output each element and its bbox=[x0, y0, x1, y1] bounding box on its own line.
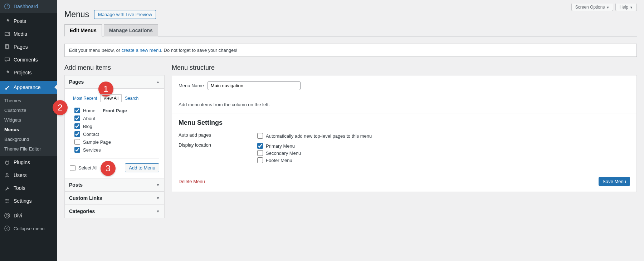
sidebar-label: Projects bbox=[14, 70, 32, 75]
page-checkbox[interactable] bbox=[74, 147, 80, 153]
auto-add-checkbox[interactable] bbox=[257, 133, 263, 139]
submenu-widgets[interactable]: Widgets bbox=[0, 115, 57, 125]
chevron-down-icon: ▼ bbox=[606, 6, 609, 9]
sidebar-label: Plugins bbox=[14, 159, 30, 165]
submenu-theme-editor[interactable]: Theme File Editor bbox=[0, 144, 57, 154]
acc-pages-body: Most Recent View All Search Home — Front… bbox=[65, 88, 164, 178]
info-notice: Edit your menu below, or create a new me… bbox=[64, 44, 637, 57]
appearance-submenu: Themes Customize Widgets Menus Backgroun… bbox=[0, 94, 57, 156]
loc-footer-option[interactable]: Footer Menu bbox=[257, 157, 301, 164]
page-checkbox[interactable] bbox=[74, 123, 80, 129]
save-menu-button[interactable]: Save Menu bbox=[599, 177, 630, 186]
svg-point-8 bbox=[8, 201, 9, 202]
create-new-menu-link[interactable]: create a new menu bbox=[122, 48, 161, 53]
sidebar-label: Divi bbox=[14, 213, 22, 218]
page-item-contact[interactable]: Contact bbox=[74, 130, 155, 138]
svg-point-7 bbox=[6, 199, 7, 200]
chevron-down-icon: ▼ bbox=[156, 209, 160, 213]
plug-icon bbox=[4, 159, 11, 166]
sidebar-item-users[interactable]: Users bbox=[0, 169, 57, 182]
page-item-services[interactable]: Services bbox=[74, 146, 155, 154]
sidebar-label: Settings bbox=[14, 198, 32, 204]
submenu-background[interactable]: Background bbox=[0, 134, 57, 144]
chevron-up-icon: ▲ bbox=[156, 80, 160, 84]
svg-point-6 bbox=[6, 173, 8, 175]
sidebar-item-plugins[interactable]: Plugins bbox=[0, 156, 57, 169]
subtab-recent[interactable]: Most Recent bbox=[70, 94, 100, 102]
nav-tabs: Edit Menus Manage Locations bbox=[64, 24, 637, 36]
svg-point-10 bbox=[5, 213, 10, 218]
loc-primary-checkbox[interactable] bbox=[257, 143, 263, 149]
acc-posts-head[interactable]: Posts ▼ bbox=[65, 178, 164, 191]
sidebar-item-appearance[interactable]: Appearance bbox=[0, 81, 57, 94]
submenu-customize[interactable]: Customize bbox=[0, 105, 57, 115]
page-checkbox[interactable] bbox=[74, 108, 80, 113]
user-icon bbox=[4, 172, 11, 179]
svg-point-11 bbox=[5, 226, 10, 231]
page-checkbox[interactable] bbox=[74, 139, 80, 145]
page-item-blog[interactable]: Blog bbox=[74, 122, 155, 130]
sidebar-label: Comments bbox=[14, 57, 38, 63]
svg-rect-1 bbox=[5, 33, 10, 36]
loc-footer-checkbox[interactable] bbox=[257, 157, 263, 163]
tab-manage-locations[interactable]: Manage Locations bbox=[104, 24, 158, 36]
pages-list: Home — Front Page About Blog Contact Sam… bbox=[70, 102, 159, 158]
submenu-menus[interactable]: Menus bbox=[0, 125, 57, 134]
sidebar-label: Pages bbox=[14, 44, 28, 50]
sidebar-label: Tools bbox=[14, 185, 25, 191]
submenu-themes[interactable]: Themes bbox=[0, 96, 57, 105]
acc-categories-head[interactable]: Categories ▼ bbox=[65, 205, 164, 218]
brush-icon bbox=[4, 84, 11, 91]
chevron-down-icon: ▼ bbox=[156, 196, 160, 200]
page-item-sample[interactable]: Sample Page bbox=[74, 138, 155, 146]
comments-icon bbox=[4, 56, 11, 63]
sidebar-item-tools[interactable]: Tools bbox=[0, 182, 57, 194]
subtab-view-all[interactable]: View All bbox=[100, 94, 122, 102]
menu-settings-heading: Menu Settings bbox=[179, 119, 630, 127]
sidebar-item-settings[interactable]: Settings bbox=[0, 194, 57, 207]
loc-secondary-option[interactable]: Secondary Menu bbox=[257, 149, 301, 157]
sidebar-item-comments[interactable]: Comments bbox=[0, 53, 57, 66]
svg-point-2 bbox=[8, 33, 9, 34]
auto-add-label: Auto add pages bbox=[179, 132, 257, 138]
page-checkbox[interactable] bbox=[74, 115, 80, 121]
loc-primary-option[interactable]: Primary Menu bbox=[257, 142, 301, 149]
add-items-heading: Add menu items bbox=[64, 64, 165, 72]
sidebar-item-pages[interactable]: Pages bbox=[0, 40, 57, 53]
empty-structure-hint: Add menu items from the column on the le… bbox=[179, 102, 270, 107]
page-item-about[interactable]: About bbox=[74, 114, 155, 122]
sidebar-label: Posts bbox=[14, 18, 26, 24]
select-all-checkbox[interactable] bbox=[70, 165, 75, 171]
help-toggle[interactable]: Help▼ bbox=[615, 4, 637, 11]
menu-name-input[interactable] bbox=[208, 81, 301, 90]
page-checkbox[interactable] bbox=[74, 131, 80, 137]
sidebar-item-media[interactable]: Media bbox=[0, 28, 57, 40]
sliders-icon bbox=[4, 197, 11, 205]
sidebar-item-divi[interactable]: Divi bbox=[0, 209, 57, 222]
main-content: Screen Options▼ Help▼ Menus Manage with … bbox=[57, 0, 644, 232]
sidebar-label: Media bbox=[14, 31, 27, 37]
media-icon bbox=[4, 30, 11, 38]
sidebar-label: Dashboard bbox=[14, 4, 38, 9]
auto-add-option[interactable]: Automatically add new top-level pages to… bbox=[257, 132, 372, 139]
svg-point-9 bbox=[6, 202, 8, 203]
pin-icon bbox=[4, 18, 11, 25]
screen-options-toggle[interactable]: Screen Options▼ bbox=[571, 4, 614, 11]
collapse-menu-button[interactable]: Collapse menu bbox=[0, 222, 57, 232]
svg-point-3 bbox=[6, 34, 6, 35]
delete-menu-link[interactable]: Delete Menu bbox=[179, 179, 205, 184]
add-to-menu-button[interactable]: Add to Menu bbox=[125, 163, 159, 172]
sidebar-item-projects[interactable]: Projects bbox=[0, 66, 57, 79]
sidebar-item-dashboard[interactable]: Dashboard bbox=[0, 0, 57, 13]
select-all-toggle[interactable]: Select All bbox=[70, 164, 97, 172]
live-preview-button[interactable]: Manage with Live Preview bbox=[94, 10, 156, 19]
pages-icon bbox=[4, 43, 11, 50]
subtab-search[interactable]: Search bbox=[122, 94, 142, 102]
sidebar-item-posts[interactable]: Posts bbox=[0, 15, 57, 28]
acc-custom-links-head[interactable]: Custom Links ▼ bbox=[65, 191, 164, 205]
loc-secondary-checkbox[interactable] bbox=[257, 150, 263, 156]
acc-pages-head[interactable]: Pages ▲ bbox=[65, 75, 164, 88]
tab-edit-menus[interactable]: Edit Menus bbox=[64, 24, 102, 36]
page-item-home[interactable]: Home — Front Page bbox=[74, 107, 155, 114]
menu-items-accordion: Pages ▲ Most Recent View All Search Home… bbox=[64, 75, 165, 218]
